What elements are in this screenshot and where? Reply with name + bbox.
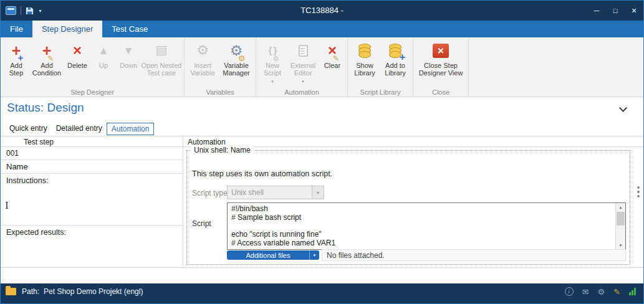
script-content: #!/bin/bash # Sample bash script echo "s… (231, 205, 613, 248)
db-glyph (358, 44, 371, 58)
clear-button[interactable]: Clear (319, 39, 345, 69)
groupbox-title: Unix shell: Name (191, 146, 254, 154)
script-type-value: Unix shell (228, 188, 312, 197)
insert-variable-icon (196, 40, 209, 60)
group-label: Automation (256, 88, 347, 96)
script-description: This step uses its own automation script… (192, 169, 332, 178)
test-step-number: 001 (6, 149, 19, 158)
script-line: #!/bin/bash (231, 205, 613, 214)
instructions-label: Instructions: (6, 176, 48, 185)
ribbon: Add Step Add Condition Delete Up Down Op… (1, 37, 643, 97)
additional-files-label: Additional files (227, 252, 309, 259)
additional-files-button[interactable]: Additional files (227, 250, 319, 260)
add-to-library-button[interactable]: Add to Library (380, 39, 411, 77)
script-line: # Access variable named VAR1 (231, 239, 613, 248)
variable-manager-button[interactable]: Variable Manager (219, 39, 254, 77)
button-label: Up (99, 62, 108, 69)
additional-files-caret-icon[interactable] (309, 250, 319, 260)
group-label: Script Library (348, 88, 413, 96)
new-script-button: New Script (258, 39, 287, 85)
script-line: echo "script is running fine" (231, 230, 613, 239)
add-step-icon (12, 40, 21, 60)
folder-icon (6, 288, 16, 295)
red-x-glyph (433, 44, 449, 58)
panel-splitter-handle[interactable] (637, 186, 640, 189)
button-label: External Editor (287, 62, 319, 77)
unix-shell-groupbox: Unix shell: Name This step uses its own … (186, 150, 630, 265)
tab-file[interactable]: File (1, 21, 32, 37)
status-bar: Path: Pet Shop Demo Projekt (engl) (1, 283, 643, 303)
scroll-up-arrow-icon[interactable] (616, 203, 625, 211)
group-label: Close (413, 88, 468, 96)
collapse-section-chevron-icon[interactable] (619, 104, 627, 112)
close-step-designer-button[interactable]: Close Step Designer View (415, 39, 466, 77)
save-icon[interactable] (26, 7, 34, 15)
braces-glyph (269, 47, 277, 55)
test-step-number-row[interactable]: 001 (1, 147, 183, 160)
column-header-row: Test step Automation (1, 136, 643, 147)
expected-results-field[interactable]: Expected results: (1, 226, 183, 267)
column-header-automation: Automation (188, 138, 226, 146)
maximize-button[interactable]: □ (606, 1, 625, 21)
open-nested-testcase-button: Open Nested Test case (141, 39, 182, 77)
settings-icon[interactable] (597, 288, 605, 296)
show-library-button[interactable]: Show Library (350, 39, 380, 77)
column-divider (183, 136, 183, 268)
column-header-test-step: Test step (24, 138, 54, 146)
ribbon-group-script-library: Show Library Add to Library Script Libra… (348, 37, 413, 97)
scrollbar-thumb[interactable] (617, 212, 625, 226)
database-icon (358, 40, 371, 60)
pencil-sub-icon (47, 55, 54, 62)
nested-testcase-icon (156, 40, 168, 60)
tab-automation[interactable]: Automation (107, 123, 155, 135)
add-step-button[interactable]: Add Step (2, 39, 30, 77)
tab-step-designer[interactable]: Step Designer (32, 21, 102, 37)
button-label: Variable Manager (219, 62, 254, 77)
move-up-button: Up (91, 39, 116, 69)
close-button[interactable]: × (625, 1, 643, 21)
arrow-glyph (123, 45, 134, 56)
db-glyph (389, 44, 401, 58)
minimize-button[interactable]: ─ (587, 1, 606, 21)
button-label: Down (120, 62, 137, 69)
log-icon[interactable] (613, 288, 620, 296)
grid-glyph (156, 46, 168, 55)
add-condition-button[interactable]: Add Condition (30, 39, 64, 77)
variable-manager-icon (230, 40, 243, 60)
delete-icon (73, 40, 82, 60)
script-type-label: Script type (192, 189, 228, 197)
down-arrow-icon (123, 40, 134, 60)
group-label: Variables (185, 88, 256, 96)
script-scrollbar[interactable] (615, 203, 625, 249)
instructions-field[interactable]: Instructions: (1, 174, 183, 226)
tab-detailed-entry[interactable]: Detailed entry (52, 123, 107, 135)
connection-status-icon[interactable] (629, 288, 636, 295)
attached-files-field: No files attached. (322, 249, 626, 261)
scroll-down-arrow-icon[interactable] (616, 241, 625, 249)
database-add-icon (389, 40, 401, 60)
dropdown-caret-icon (271, 78, 274, 85)
external-editor-button: External Editor (287, 39, 319, 85)
quick-access-caret-icon[interactable] (38, 9, 42, 13)
script-label: Script (192, 219, 211, 228)
script-textarea[interactable]: #!/bin/bash # Sample bash script echo "s… (227, 202, 626, 250)
test-step-name-row[interactable]: Name (1, 160, 183, 174)
tab-quick-entry[interactable]: Quick entry (5, 123, 52, 135)
document-glyph (299, 45, 308, 57)
entry-tab-bar: Quick entry Detailed entry Automation (5, 123, 154, 135)
button-label: Add to Library (380, 62, 411, 77)
pencil-sub-icon (333, 55, 339, 62)
quick-access-toolbar (1, 6, 42, 15)
clear-icon (328, 40, 337, 60)
gear-glyph (196, 44, 209, 57)
delete-button[interactable]: Delete (64, 39, 91, 69)
tab-label: Step Designer (42, 24, 93, 34)
app-icon[interactable] (6, 6, 16, 15)
message-icon[interactable] (582, 288, 589, 296)
statusbar-icons (565, 287, 636, 296)
dropdown-caret-icon (301, 78, 305, 85)
tab-label: Test Case (112, 24, 148, 34)
plus-sub-glyph (18, 54, 24, 62)
info-icon[interactable] (565, 287, 574, 296)
tab-test-case[interactable]: Test Case (102, 21, 157, 37)
